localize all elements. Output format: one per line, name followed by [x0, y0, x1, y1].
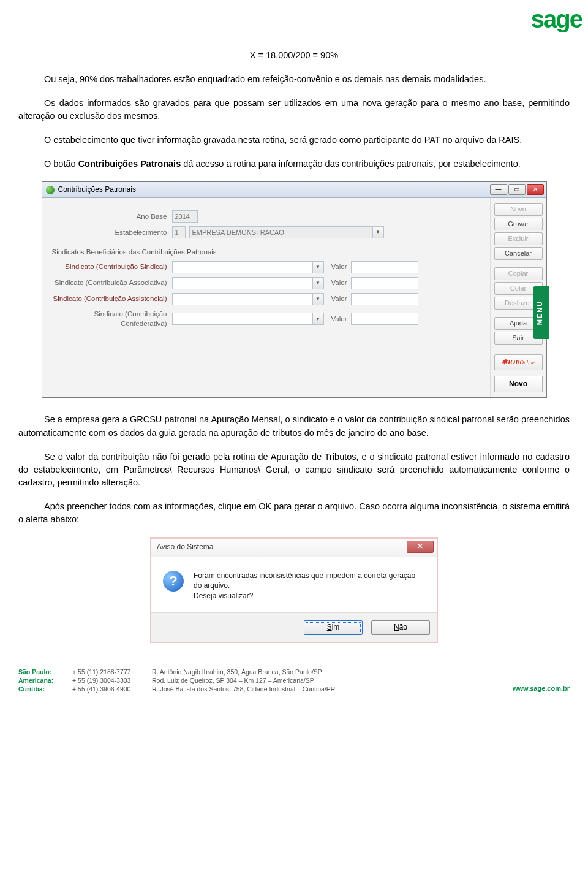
dialog-message-line1: Foram encontradas inconsistências que im… [194, 571, 425, 592]
footer-phone-sp: + 55 (11) 2188-7777 [72, 668, 152, 676]
p4-post: dá acesso a rotina para informação das c… [181, 159, 521, 169]
footer-city-sp: São Paulo: [18, 668, 72, 676]
question-icon: ? [163, 571, 184, 592]
paragraph-6: Se o valor da contribuição não foi gerad… [18, 451, 570, 489]
app-icon [46, 186, 55, 194]
valor-label-2: Valor [331, 278, 347, 288]
sindicato-assistencial-label[interactable]: Sindicato (Contribuição Assistencial) [50, 294, 172, 304]
valor-label-3: Valor [331, 294, 347, 304]
paragraph-6-text: Se o valor da contribuição não foi gerad… [18, 452, 570, 487]
ano-base-label: Ano Base [50, 211, 172, 222]
sindicatos-group-label: Sindicatos Beneficiários das Contribuiçõ… [52, 247, 483, 257]
paragraph-2: Os dados informados são gravados para qu… [18, 97, 570, 123]
iob-online-button[interactable]: ✱IOBOnline [494, 354, 543, 370]
aviso-dialog: Aviso do Sistema ✕ ? Foram encontradas i… [150, 537, 438, 643]
sim-button[interactable]: Sim [304, 620, 363, 635]
menu-side-tab[interactable]: MENU [533, 286, 549, 339]
estabelecimento-name-input [189, 226, 373, 238]
p4-pre: O botão [44, 159, 78, 169]
page-footer: São Paulo: Americana: Curitiba: + 55 (11… [18, 668, 570, 694]
ano-base-input [172, 210, 198, 223]
sindicato-associativa-input[interactable] [172, 277, 313, 289]
footer-addr-cu: R. José Batista dos Santos, 758, Cidade … [152, 685, 513, 693]
valor-confederativa-input[interactable] [351, 313, 418, 325]
sindicato-sindical-input[interactable] [172, 261, 313, 273]
footer-phone-cu: + 55 (41) 3906-4900 [72, 685, 152, 693]
footer-addr-sp: R. Antônio Nagib Ibrahim, 350, Água Bran… [152, 668, 513, 676]
valor-label-1: Valor [331, 262, 347, 272]
footer-city-cu: Curitiba: [18, 685, 72, 693]
paragraph-3: O estabelecimento que tiver informação g… [18, 134, 570, 147]
dialog-title: Aviso do Sistema [157, 542, 214, 552]
chevron-down-icon[interactable]: ▼ [313, 313, 324, 325]
paragraph-3-text: O estabelecimento que tiver informação g… [44, 135, 522, 145]
copiar-button[interactable]: Copiar [494, 267, 543, 280]
menu-tab-label: MENU [536, 300, 546, 325]
novo-button[interactable]: Novo [494, 203, 543, 216]
estabelecimento-dropdown-icon[interactable]: ▼ [373, 226, 384, 238]
estabelecimento-code-input [172, 226, 186, 238]
contribuicoes-window: Contribuições Patronais — ▭ ✕ Ano Base E… [42, 181, 547, 398]
chevron-down-icon[interactable]: ▼ [313, 293, 324, 305]
estabelecimento-label: Estabelecimento [50, 227, 172, 238]
dialog-message-line2: Deseja visualizar? [194, 591, 425, 601]
dialog-titlebar: Aviso do Sistema ✕ [151, 539, 437, 557]
paragraph-5: Se a empresa gera a GRCSU patronal na Ap… [18, 413, 570, 439]
sage-logo: sage [531, 1, 582, 37]
paragraph-5-text: Se a empresa gera a GRCSU patronal na Ap… [18, 414, 570, 437]
valor-label-4: Valor [331, 314, 347, 324]
paragraph-1: Ou seja, 90% dos trabalhadores estão enq… [18, 73, 570, 86]
gravar-button[interactable]: Gravar [494, 218, 543, 230]
minimize-button[interactable]: — [490, 184, 507, 195]
sindicato-assistencial-input[interactable] [172, 293, 313, 305]
nao-button[interactable]: Não [371, 620, 430, 635]
equation-text: X = 18.000/200 = 90% [18, 49, 570, 62]
sindicato-confederativa-label: Sindicato (Contribuição Confederativa) [50, 309, 172, 329]
sindicato-confederativa-input[interactable] [172, 313, 313, 325]
excluir-button[interactable]: Excluir [494, 232, 543, 245]
footer-website[interactable]: www.sage.com.br [513, 684, 570, 694]
footer-addr-am: Rod. Luiz de Queiroz, SP 304 – Km 127 – … [152, 676, 513, 685]
valor-sindical-input[interactable] [351, 261, 418, 273]
chevron-down-icon[interactable]: ▼ [313, 277, 324, 289]
window-title: Contribuições Patronais [58, 185, 136, 195]
footer-phone-am: + 55 (19) 3004-3303 [72, 676, 152, 685]
cancelar-button[interactable]: Cancelar [494, 247, 543, 260]
maximize-button[interactable]: ▭ [508, 184, 526, 195]
dialog-close-button[interactable]: ✕ [407, 541, 434, 553]
sindicato-sindical-label[interactable]: Sindicato (Contribuição Sindical) [50, 262, 172, 272]
footer-city-am: Americana: [18, 676, 72, 685]
paragraph-7-text: Após preencher todos com as informações,… [18, 501, 570, 524]
paragraph-7: Após preencher todos com as informações,… [18, 500, 570, 526]
valor-assistencial-input[interactable] [351, 293, 418, 305]
paragraph-4: O botão Contribuições Patronais dá acess… [18, 158, 570, 170]
paragraph-1-text: Ou seja, 90% dos trabalhadores estão enq… [44, 74, 486, 84]
p4-bold: Contribuições Patronais [78, 159, 181, 169]
sindicato-associativa-label: Sindicato (Contribuição Associativa) [50, 278, 172, 288]
status-label: Novo [494, 376, 543, 392]
close-button[interactable]: ✕ [527, 184, 544, 195]
window-titlebar: Contribuições Patronais — ▭ ✕ [42, 182, 546, 198]
paragraph-2-text: Os dados informados são gravados para qu… [18, 98, 570, 121]
valor-associativa-input[interactable] [351, 277, 418, 289]
chevron-down-icon[interactable]: ▼ [313, 261, 324, 273]
